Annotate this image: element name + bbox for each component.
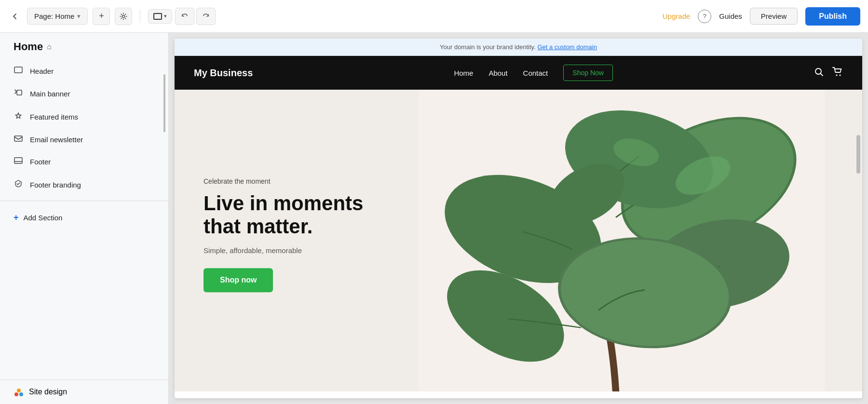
- sidebar-item-main-banner[interactable]: Main banner: [0, 82, 168, 105]
- canvas-area: Your domain is your brand identity. Get …: [169, 33, 868, 404]
- device-dropdown-arrow: ▾: [164, 13, 167, 19]
- sidebar-item-footer-branding-label: Footer branding: [30, 181, 81, 189]
- guides-link[interactable]: Guides: [719, 12, 742, 20]
- canvas-scrollbar[interactable]: [856, 135, 860, 174]
- toolbar-left: Page: Home ▾ +: [8, 8, 132, 25]
- sidebar-item-email-newsletter[interactable]: Email newsletter: [0, 128, 168, 150]
- publish-button[interactable]: Publish: [805, 7, 860, 26]
- add-section-button[interactable]: + Add Section: [0, 205, 168, 230]
- sidebar-item-footer[interactable]: Footer: [0, 150, 168, 173]
- main-content: Home ⌂ Header: [0, 33, 868, 404]
- svg-rect-4: [14, 158, 22, 163]
- home-icon: ⌂: [47, 42, 52, 51]
- svg-point-6: [14, 392, 18, 396]
- canvas-frame: Your domain is your brand identity. Get …: [175, 39, 862, 398]
- sidebar-item-footer-branding[interactable]: Footer branding: [0, 173, 168, 197]
- site-design-icon: [14, 387, 24, 397]
- cart-icon[interactable]: [832, 67, 843, 79]
- hero-plant-image: [381, 90, 862, 391]
- sidebar: Home ⌂ Header: [0, 33, 169, 404]
- svg-point-10: [836, 74, 838, 76]
- site-logo: My Business: [194, 67, 253, 79]
- site-header: My Business Home About Contact Shop Now: [175, 56, 862, 90]
- svg-point-8: [19, 392, 23, 396]
- hero-subtitle: Celebrate the moment: [203, 177, 387, 185]
- toolbar: Page: Home ▾ + ▾: [0, 0, 868, 33]
- svg-point-11: [840, 74, 841, 76]
- shop-now-header-button[interactable]: Shop Now: [563, 65, 613, 81]
- plant-svg: [381, 90, 862, 391]
- help-icon: ?: [703, 13, 706, 20]
- svg-rect-3: [14, 136, 22, 141]
- toolbar-divider-1: [140, 10, 140, 23]
- undo-redo-group: [175, 8, 216, 25]
- site-design-button[interactable]: Site design: [0, 379, 168, 404]
- page-selector-label: Page: Home: [34, 12, 74, 20]
- header-section-icon: [14, 67, 23, 75]
- nav-link-about[interactable]: About: [488, 69, 507, 77]
- toolbar-right: Upgrade ? Guides Preview Publish: [663, 7, 860, 26]
- device-selector-button[interactable]: ▾: [148, 9, 172, 24]
- page-selector-button[interactable]: Page: Home ▾: [27, 8, 88, 25]
- hero-content: Celebrate the moment Live in moments tha…: [203, 177, 387, 292]
- sidebar-scroll-indicator: [163, 74, 165, 132]
- sidebar-divider: [0, 201, 168, 201]
- hero-title: Live in moments that matter.: [203, 192, 387, 239]
- redo-button[interactable]: [196, 8, 216, 25]
- page-title: Home: [14, 40, 43, 53]
- domain-banner-link[interactable]: Get a custom domain: [537, 43, 597, 51]
- preview-button[interactable]: Preview: [750, 8, 798, 25]
- sidebar-scroll-container: Header Main banner: [0, 55, 168, 379]
- domain-banner-text: Your domain is your brand identity.: [440, 43, 536, 51]
- featured-items-section-icon: [14, 112, 23, 121]
- footer-branding-section-icon: [14, 179, 23, 190]
- svg-point-7: [17, 389, 21, 392]
- site-design-label: Site design: [29, 388, 67, 396]
- page-title-area: Home ⌂: [0, 33, 168, 55]
- back-button[interactable]: [8, 9, 22, 24]
- sidebar-item-header-label: Header: [30, 67, 54, 75]
- sidebar-item-email-newsletter-label: Email newsletter: [30, 135, 83, 144]
- hero-section: Celebrate the moment Live in moments tha…: [175, 90, 862, 391]
- hero-shop-now-button[interactable]: Shop now: [203, 268, 273, 292]
- site-nav: Home About Contact Shop Now: [454, 65, 613, 81]
- page-title-row: Home ⌂: [14, 40, 155, 53]
- chevron-down-icon: ▾: [77, 13, 81, 20]
- main-banner-section-icon: [14, 89, 23, 98]
- site-header-icons: [814, 67, 843, 79]
- sidebar-item-featured-items-label: Featured items: [30, 113, 78, 121]
- sidebar-sections-list: Header Main banner: [0, 55, 168, 235]
- undo-button[interactable]: [175, 8, 194, 25]
- nav-link-contact[interactable]: Contact: [523, 69, 548, 77]
- svg-point-0: [122, 15, 125, 17]
- settings-button[interactable]: [115, 8, 132, 25]
- add-page-button[interactable]: +: [93, 8, 110, 25]
- email-newsletter-section-icon: [14, 135, 23, 144]
- footer-section-icon: [14, 157, 23, 166]
- svg-rect-2: [17, 90, 22, 95]
- add-section-label: Add Section: [24, 214, 63, 222]
- search-icon[interactable]: [814, 67, 824, 79]
- hero-description: Simple, affordable, memorable: [203, 246, 387, 255]
- sidebar-item-footer-label: Footer: [30, 158, 51, 166]
- desktop-icon: [153, 13, 162, 20]
- canvas-wrapper: Your domain is your brand identity. Get …: [169, 33, 868, 404]
- sidebar-item-header[interactable]: Header: [0, 60, 168, 82]
- svg-rect-1: [14, 67, 22, 73]
- domain-banner: Your domain is your brand identity. Get …: [175, 39, 862, 56]
- sidebar-item-featured-items[interactable]: Featured items: [0, 105, 168, 128]
- add-section-plus-icon: +: [14, 213, 19, 223]
- toolbar-center: ▾: [148, 8, 216, 25]
- sidebar-item-main-banner-label: Main banner: [30, 90, 70, 98]
- help-button[interactable]: ?: [698, 10, 711, 23]
- nav-link-home[interactable]: Home: [454, 69, 473, 77]
- upgrade-link[interactable]: Upgrade: [663, 12, 691, 20]
